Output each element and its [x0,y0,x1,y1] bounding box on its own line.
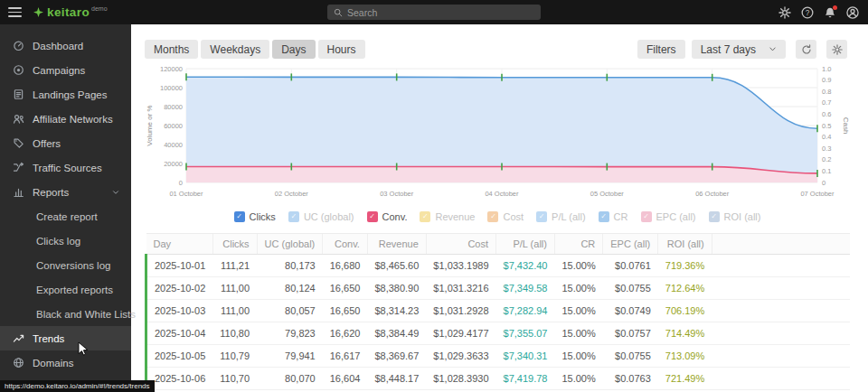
sidebar-item-affiliate-networks[interactable]: Affiliate Networks [0,107,131,131]
cell-p-l-all: $7,349.58 [496,277,555,300]
trends-icon [13,332,24,344]
legend-checkbox[interactable]: ✓ [536,211,547,222]
svg-text:03 October: 03 October [380,190,414,198]
chart-settings-button[interactable] [826,40,847,59]
date-range-select[interactable]: Last 7 days [692,40,786,59]
cell-epc-all: $0.0755 [603,345,658,368]
user-avatar[interactable] [846,6,859,19]
cell-conv: 16,680 [323,255,368,277]
column-header-cost[interactable]: Cost [426,234,495,255]
cell-filler [712,322,850,345]
tab-hours[interactable]: Hours [318,40,365,59]
trends-table: DayClicksUC (global)Conv.RevenueCostP/L … [145,233,850,392]
campaigns-icon [13,64,24,76]
legend-item-clicks[interactable]: ✓Clicks [234,211,276,222]
filters-button[interactable]: Filters [637,40,685,59]
svg-text:0.8: 0.8 [822,88,831,96]
legend-label: P/L (all) [552,211,586,222]
notification-dot [833,5,837,10]
refresh-button[interactable] [796,40,816,59]
column-header-clicks[interactable]: Clicks [212,234,257,255]
cell-uc-global: 80,057 [257,300,323,322]
legend-label: Clicks [250,211,276,222]
tab-weekdays[interactable]: Weekdays [201,40,269,59]
column-header-roi-all[interactable]: ROI (all) [658,234,712,255]
legend-checkbox[interactable]: ✓ [234,211,245,222]
column-header-uc-global[interactable]: UC (global) [257,234,323,255]
svg-text:120000: 120000 [160,65,183,73]
logo[interactable]: keitaro demo [33,5,108,19]
column-header-p-l-all[interactable]: P/L (all) [496,234,555,255]
column-header-day[interactable]: Day [146,234,213,255]
sidebar-item-offers[interactable]: Offers [0,131,131,155]
cell-cr: 15.00% [554,345,602,368]
svg-text:0.6: 0.6 [822,110,831,118]
legend-label: UC (global) [304,211,354,222]
legend-item-cost[interactable]: ✓Cost [487,211,524,222]
legend-item-epc-all[interactable]: ✓EPC (all) [641,211,696,222]
trends-chart[interactable]: 02000040000600008000010000012000000.10.2… [145,63,850,204]
sidebar-item-campaigns[interactable]: Campaigns [0,58,131,82]
cell-epc-all: $0.0761 [603,255,658,277]
legend-item-p-l-all[interactable]: ✓P/L (all) [536,211,586,222]
column-header-revenue[interactable]: Revenue [367,234,426,255]
cell-clicks: 110,80 [212,322,257,345]
legend-checkbox[interactable]: ✓ [599,211,609,222]
cell-cr: 15.00% [554,368,602,390]
sidebar-item-label: Reports [33,187,69,198]
settings-gear-icon[interactable] [778,6,791,19]
sidebar-item-landings-pages[interactable]: Landings Pages [0,82,131,107]
notifications-bell-icon[interactable] [824,6,836,19]
cell-p-l-all: $7,355.07 [496,322,555,345]
sidebar-item-clicks-log[interactable]: Clicks log [0,229,131,253]
column-header-epc-all[interactable]: EPC (all) [603,234,658,255]
cell-roi-all: 721.49% [658,368,712,390]
sidebar-item-trends[interactable]: Trends [0,326,131,350]
search-input[interactable] [347,7,534,18]
legend-label: ROI (all) [724,211,761,222]
svg-text:60000: 60000 [164,122,183,130]
cell-conv: 16,650 [323,277,368,300]
legend-item-cr[interactable]: ✓CR [599,211,628,222]
sidebar-item-create-report[interactable]: Create report [0,204,131,229]
legend-item-revenue[interactable]: ✓Revenue [420,211,475,222]
legend-checkbox[interactable]: ✓ [367,211,378,222]
sidebar-item-domains[interactable]: Domains [0,350,131,375]
sidebar-item-traffic-sources[interactable]: Traffic Sources [0,155,131,180]
legend-checkbox[interactable]: ✓ [288,211,299,222]
sidebar: DashboardCampaignsLandings PagesAffiliat… [0,24,131,392]
cell-p-l-all: $7,282.94 [496,300,555,322]
legend-label: Cost [503,211,524,222]
menu-icon[interactable] [8,7,22,17]
search-bar[interactable] [327,5,541,20]
sidebar-item-reports[interactable]: Reports [0,180,131,204]
legend-checkbox[interactable]: ✓ [487,211,498,222]
svg-text:0.4: 0.4 [822,133,831,141]
gear-icon [832,44,843,55]
cell-roi-all: 712.64% [658,277,712,300]
sidebar-item-exported-reports[interactable]: Exported reports [0,277,131,302]
legend-item-uc-global[interactable]: ✓UC (global) [288,211,354,222]
traffic-icon [13,162,24,173]
tab-months[interactable]: Months [145,40,198,59]
cell-filler [712,345,850,368]
sidebar-item-conversions-log[interactable]: Conversions log [0,253,131,277]
legend-item-roi-all[interactable]: ✓ROI (all) [709,211,761,222]
sidebar-item-black-and-white-lists[interactable]: Black and White Lists [0,302,131,326]
column-header-conv[interactable]: Conv. [323,234,368,255]
svg-text:0: 0 [179,179,183,187]
sidebar-item-dashboard[interactable]: Dashboard [0,33,131,58]
legend-checkbox[interactable]: ✓ [420,211,430,222]
svg-text:0.7: 0.7 [822,98,831,107]
cell-day: 2025-10-06 [146,368,213,390]
legend-checkbox[interactable]: ✓ [709,211,720,222]
help-icon[interactable]: ? [801,6,814,19]
legend-item-conv[interactable]: ✓Conv. [367,211,408,222]
cell-conv: 16,620 [323,322,368,345]
svg-text:0.9: 0.9 [822,76,831,84]
tab-days[interactable]: Days [272,40,315,59]
legend-checkbox[interactable]: ✓ [641,211,652,222]
cell-revenue: $8,384.49 [367,322,426,345]
sidebar-item-label: Traffic Sources [33,163,102,173]
column-header-cr[interactable]: CR [554,234,602,255]
